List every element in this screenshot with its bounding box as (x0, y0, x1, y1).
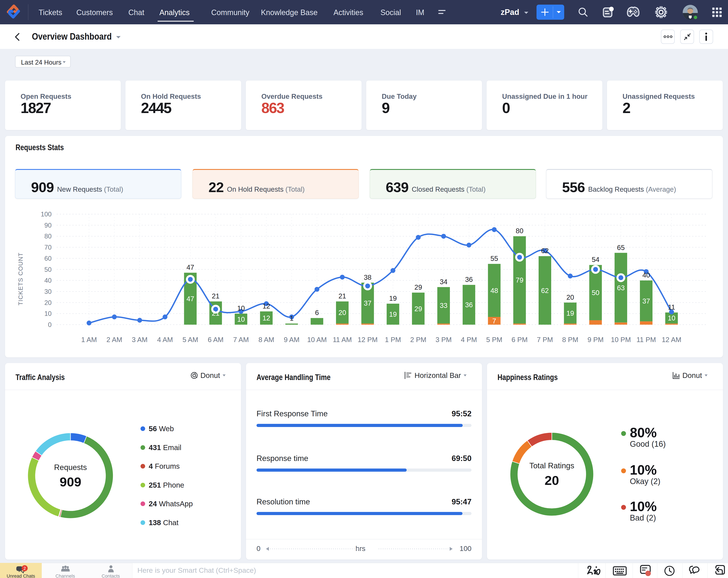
svg-text:2 PM: 2 PM (410, 336, 426, 344)
svg-text:30: 30 (45, 288, 52, 295)
svg-text:20: 20 (566, 293, 574, 301)
svg-text:8 PM: 8 PM (562, 336, 578, 344)
svg-text:19: 19 (389, 294, 397, 302)
svg-text:40: 40 (45, 277, 52, 284)
svg-text:7: 7 (492, 317, 496, 325)
svg-text:36: 36 (465, 301, 473, 309)
svg-text:3 AM: 3 AM (132, 336, 148, 344)
svg-text:1 AM: 1 AM (81, 336, 97, 344)
svg-text:TICKETS COUNT: TICKETS COUNT (17, 252, 24, 305)
svg-text:10: 10 (237, 304, 245, 312)
svg-text:80: 80 (45, 233, 52, 240)
svg-text:12: 12 (262, 314, 270, 322)
svg-text:1 PM: 1 PM (385, 336, 401, 344)
svg-text:5 PM: 5 PM (486, 336, 502, 344)
svg-text:9 PM: 9 PM (588, 336, 604, 344)
svg-text:11 PM: 11 PM (636, 336, 656, 344)
svg-text:2: 2 (24, 566, 26, 571)
svg-text:3 PM: 3 PM (436, 336, 451, 344)
svg-text:6: 6 (315, 309, 319, 316)
svg-text:12: 12 (262, 302, 270, 310)
svg-text:21: 21 (339, 292, 346, 300)
svg-text:10 PM: 10 PM (611, 336, 631, 344)
svg-text:11: 11 (668, 303, 675, 311)
svg-text:20: 20 (45, 299, 52, 307)
svg-text:40: 40 (643, 271, 650, 279)
svg-text:37: 37 (364, 299, 371, 307)
svg-text:47: 47 (186, 295, 194, 303)
svg-text:50: 50 (592, 289, 599, 296)
svg-text:19: 19 (389, 310, 397, 318)
svg-text:8 AM: 8 AM (258, 336, 274, 344)
svg-text:20: 20 (339, 309, 346, 316)
svg-text:34: 34 (440, 278, 448, 286)
svg-text:19: 19 (566, 309, 574, 317)
svg-text:33: 33 (440, 301, 448, 309)
svg-text:60: 60 (45, 255, 52, 262)
svg-text:12 PM: 12 PM (358, 336, 378, 344)
svg-text:9 AM: 9 AM (284, 336, 300, 344)
svg-text:21: 21 (212, 292, 219, 300)
svg-text:29: 29 (414, 283, 422, 291)
svg-text:21: 21 (212, 309, 219, 317)
svg-text:2 AM: 2 AM (107, 336, 122, 344)
svg-text:5 AM: 5 AM (182, 336, 198, 344)
svg-text:10: 10 (45, 310, 52, 317)
svg-text:63: 63 (617, 284, 625, 292)
svg-text:79: 79 (516, 276, 523, 284)
svg-text:54: 54 (592, 256, 599, 263)
svg-text:12 AM: 12 AM (662, 336, 681, 344)
svg-text:47: 47 (186, 263, 194, 271)
svg-text:4 PM: 4 PM (461, 336, 477, 344)
svg-text:100: 100 (41, 211, 52, 218)
svg-text:55: 55 (490, 255, 498, 262)
svg-text:70: 70 (45, 244, 52, 251)
svg-text:50: 50 (45, 266, 52, 273)
svg-text:6 PM: 6 PM (512, 336, 528, 344)
svg-text:10: 10 (668, 314, 675, 322)
svg-text:80: 80 (516, 227, 523, 235)
svg-text:37: 37 (643, 297, 650, 305)
svg-text:10 AM: 10 AM (307, 336, 327, 344)
svg-text:65: 65 (617, 244, 625, 252)
svg-text:62: 62 (541, 247, 549, 255)
svg-text:38: 38 (364, 273, 371, 281)
svg-text:1: 1 (290, 314, 293, 322)
svg-text:29: 29 (414, 305, 422, 313)
svg-text:90: 90 (45, 222, 52, 229)
svg-text:0: 0 (48, 321, 52, 329)
svg-text:4 AM: 4 AM (157, 336, 173, 344)
svg-text:11 AM: 11 AM (333, 336, 352, 344)
svg-text:7 AM: 7 AM (233, 336, 249, 344)
svg-text:48: 48 (490, 287, 498, 294)
svg-text:7 PM: 7 PM (537, 336, 553, 344)
svg-text:36: 36 (465, 275, 473, 283)
svg-text:10: 10 (237, 315, 245, 323)
svg-text:6 AM: 6 AM (208, 336, 224, 344)
svg-text:62: 62 (541, 287, 549, 294)
